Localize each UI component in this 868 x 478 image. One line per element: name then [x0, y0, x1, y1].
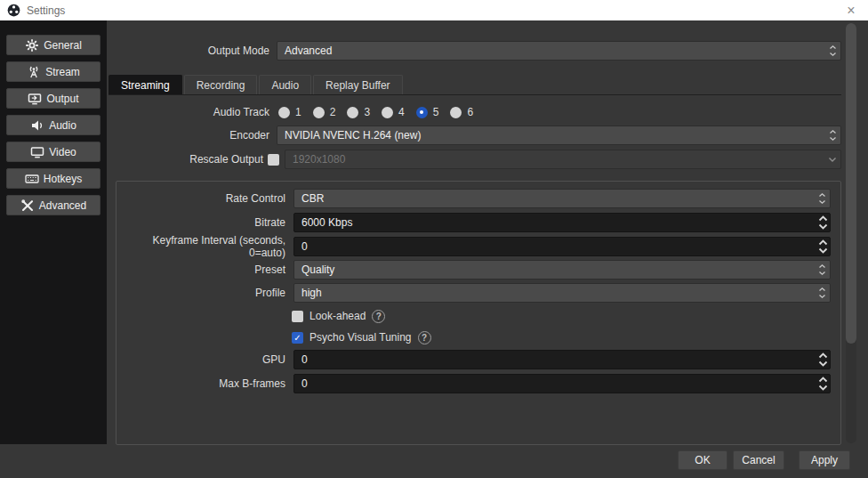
- encoder-row: Encoder NVIDIA NVENC H.264 (new): [0, 126, 841, 145]
- help-icon[interactable]: ?: [372, 310, 385, 323]
- chevron-up-icon: [818, 239, 828, 247]
- audio-track-radio-2[interactable]: 2: [313, 106, 336, 118]
- max-b-frames-spinbox: [293, 374, 831, 393]
- audio-track-radio-6[interactable]: 6: [450, 106, 473, 118]
- sidebar-item-advanced[interactable]: Advanced: [6, 195, 100, 215]
- preset-label: Preset: [117, 263, 285, 276]
- dialog-content: General Stream O: [0, 20, 868, 478]
- gpu-row: GPU: [117, 350, 831, 369]
- tab-label: Recording: [197, 79, 245, 92]
- bitrate-row: Bitrate: [117, 213, 831, 232]
- audio-track-radio-5[interactable]: 5: [416, 106, 439, 118]
- look-ahead-row[interactable]: Look-ahead ?: [292, 309, 385, 323]
- tab-audio[interactable]: Audio: [259, 75, 311, 94]
- cancel-button[interactable]: Cancel: [733, 450, 784, 470]
- sidebar-item-stream[interactable]: Stream: [6, 61, 100, 82]
- encoder-label: Encoder: [0, 129, 269, 142]
- preset-row: Preset Quality: [117, 260, 831, 280]
- max-b-frames-label: Max B-frames: [117, 377, 285, 390]
- combo-spinner-icon: [818, 191, 826, 206]
- rescale-checkbox[interactable]: [268, 154, 279, 166]
- scrollbar-track[interactable]: [846, 23, 856, 443]
- tab-label: Streaming: [121, 79, 170, 92]
- chevron-up-icon: [818, 352, 828, 360]
- look-ahead-checkbox[interactable]: [292, 311, 303, 322]
- sidebar-item-label: Hotkeys: [44, 173, 82, 185]
- radio-label: 2: [330, 106, 336, 118]
- titlebar: Settings ×: [0, 0, 868, 20]
- sidebar: General Stream O: [0, 20, 107, 444]
- bitrate-label: Bitrate: [117, 216, 285, 229]
- rate-control-value: CBR: [301, 192, 818, 205]
- sidebar-item-hotkeys[interactable]: Hotkeys: [6, 168, 100, 189]
- chevron-down-icon: [828, 157, 837, 163]
- sidebar-item-label: Advanced: [39, 199, 86, 212]
- spin-buttons[interactable]: [816, 214, 830, 231]
- encoder-settings-group: Rate Control CBR Bitrate: [116, 181, 841, 445]
- audio-track-radio-3[interactable]: 3: [347, 106, 370, 118]
- look-ahead-label: Look-ahead: [309, 310, 366, 322]
- audio-track-radio-4[interactable]: 4: [382, 106, 405, 118]
- profile-select[interactable]: high: [293, 283, 831, 303]
- keyframe-interval-label: Keyframe Interval (seconds, 0=auto): [117, 234, 285, 259]
- keyframe-interval-input[interactable]: [294, 238, 816, 255]
- audio-track-radios: 1 2 3 4 5 6: [278, 106, 485, 118]
- encoder-value: NVIDIA NVENC H.264 (new): [285, 129, 829, 142]
- radio-icon: [278, 107, 290, 118]
- max-b-frames-input[interactable]: [294, 375, 816, 393]
- combo-spinner-icon: [818, 263, 826, 277]
- bitrate-input[interactable]: [294, 214, 816, 231]
- rescale-select: 1920x1080: [285, 150, 841, 169]
- output-mode-label: Output Mode: [0, 45, 269, 57]
- close-icon[interactable]: ×: [841, 4, 861, 18]
- rate-control-label: Rate Control: [117, 192, 285, 205]
- encoder-select[interactable]: NVIDIA NVENC H.264 (new): [277, 126, 841, 145]
- rate-control-row: Rate Control CBR: [117, 189, 831, 208]
- tab-label: Audio: [271, 79, 299, 92]
- chevron-up-icon: [818, 376, 828, 384]
- radio-icon: [313, 107, 325, 118]
- radio-label: 3: [364, 106, 370, 118]
- audio-track-label: Audio Track: [0, 106, 269, 118]
- radio-icon: [382, 107, 393, 118]
- chevron-down-icon: [818, 384, 828, 392]
- rate-control-select[interactable]: CBR: [293, 189, 831, 208]
- antenna-icon: [27, 65, 41, 79]
- combo-spinner-icon: [829, 44, 837, 58]
- radio-icon: [450, 107, 462, 118]
- audio-track-row: Audio Track 1 2 3 4 5 6: [0, 103, 841, 121]
- help-icon[interactable]: ?: [418, 331, 431, 344]
- spin-buttons[interactable]: [816, 238, 830, 255]
- radio-label: 5: [433, 106, 439, 118]
- gpu-input[interactable]: [294, 351, 816, 369]
- combo-spinner-icon: [829, 128, 837, 142]
- radio-label: 1: [295, 106, 301, 118]
- tab-streaming[interactable]: Streaming: [108, 75, 182, 94]
- tab-label: Replay Buffer: [326, 79, 390, 92]
- ok-button[interactable]: OK: [678, 450, 727, 470]
- tab-recording[interactable]: Recording: [184, 75, 258, 94]
- radio-selected-icon: [416, 107, 428, 118]
- tab-replay-buffer[interactable]: Replay Buffer: [313, 75, 403, 94]
- preset-select[interactable]: Quality: [293, 260, 831, 280]
- profile-row: Profile high: [117, 283, 831, 303]
- spin-buttons[interactable]: [816, 351, 830, 369]
- settings-window: Settings × General: [0, 0, 868, 478]
- combo-spinner-icon: [818, 286, 826, 300]
- spin-buttons[interactable]: [816, 375, 830, 393]
- psycho-visual-tuning-row[interactable]: ✓ Psycho Visual Tuning ?: [292, 330, 431, 344]
- scrollbar-handle[interactable]: [846, 23, 856, 344]
- audio-track-radio-1[interactable]: 1: [278, 106, 301, 118]
- rescale-value: 1920x1080: [293, 153, 828, 166]
- psycho-visual-tuning-label: Psycho Visual Tuning: [309, 331, 412, 344]
- chevron-down-icon: [818, 247, 828, 255]
- apply-button[interactable]: Apply: [799, 450, 850, 470]
- psycho-visual-tuning-checkbox[interactable]: ✓: [292, 332, 303, 344]
- output-tabs: Streaming Recording Audio Replay Buffer: [108, 75, 405, 94]
- profile-value: high: [301, 287, 818, 299]
- output-mode-select[interactable]: Advanced: [277, 41, 841, 61]
- keyframe-interval-spinbox: [293, 237, 831, 256]
- output-mode-row: Output Mode Advanced: [0, 41, 841, 61]
- gpu-label: GPU: [117, 353, 285, 366]
- chevron-down-icon: [818, 360, 828, 368]
